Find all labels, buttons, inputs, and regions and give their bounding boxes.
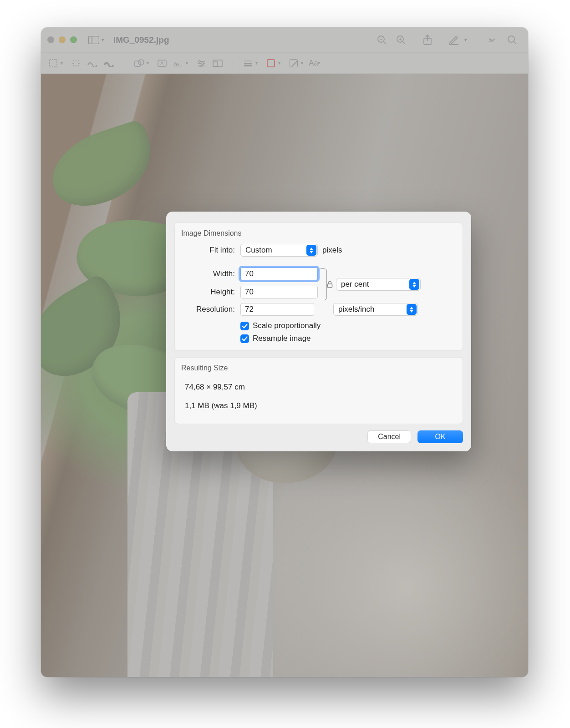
- fit-into-value: Custom: [245, 246, 272, 255]
- svg-marker-43: [412, 282, 416, 284]
- select-arrows-icon: [407, 304, 417, 315]
- aspect-lock[interactable]: [321, 268, 332, 301]
- height-label: Height:: [181, 288, 235, 297]
- result-dimensions: 74,68 × 99,57 cm: [185, 379, 456, 395]
- resulting-size-group: Resulting Size 74,68 × 99,57 cm 1,1 MB (…: [174, 357, 463, 424]
- fit-unit-label: pixels: [322, 246, 342, 255]
- wh-unit-value: per cent: [341, 280, 369, 289]
- svg-marker-46: [410, 310, 413, 313]
- resolution-field[interactable]: 72: [240, 303, 314, 316]
- scale-proportionally-label: Scale proportionally: [253, 321, 321, 330]
- svg-marker-40: [310, 248, 313, 250]
- cancel-button[interactable]: Cancel: [367, 430, 411, 443]
- group-title: Image Dimensions: [181, 229, 456, 238]
- svg-rect-42: [328, 284, 332, 288]
- image-dimensions-dialog: Image Dimensions Fit into: Custom pixels…: [166, 212, 471, 451]
- scale-proportionally-row: Scale proportionally: [240, 321, 456, 330]
- resolution-unit-value: pixels/inch: [338, 305, 374, 314]
- width-field[interactable]: 70: [240, 268, 318, 280]
- resample-checkbox[interactable]: [240, 334, 249, 343]
- fit-into-select[interactable]: Custom: [240, 244, 318, 257]
- select-arrows-icon: [409, 279, 419, 290]
- fit-into-label: Fit into:: [181, 246, 235, 255]
- ok-button[interactable]: OK: [417, 430, 463, 443]
- result-filesize: 1,1 MB (was 1,9 MB): [185, 397, 456, 414]
- svg-marker-45: [410, 307, 413, 309]
- dialog-buttons: Cancel OK: [174, 430, 463, 443]
- scale-proportionally-checkbox[interactable]: [240, 322, 249, 330]
- height-field[interactable]: 70: [240, 286, 318, 298]
- select-arrows-icon: [306, 245, 316, 256]
- result-title: Resulting Size: [181, 364, 456, 372]
- resolution-label: Resolution:: [181, 305, 235, 314]
- preview-window: ▾ IMG_0952.jpg ▾ » ▾ ▾ A ▾ ▾ ▾ ▾ Aa: [41, 27, 528, 677]
- svg-marker-44: [412, 285, 416, 288]
- resample-label: Resample image: [253, 334, 311, 343]
- lock-icon: [327, 281, 333, 288]
- width-label: Width:: [181, 269, 235, 278]
- svg-marker-41: [310, 251, 313, 253]
- dimensions-group: Image Dimensions Fit into: Custom pixels…: [174, 222, 463, 351]
- resample-row: Resample image: [240, 334, 456, 343]
- resolution-unit-select[interactable]: pixels/inch: [333, 303, 418, 316]
- wh-unit-select[interactable]: per cent: [336, 278, 421, 291]
